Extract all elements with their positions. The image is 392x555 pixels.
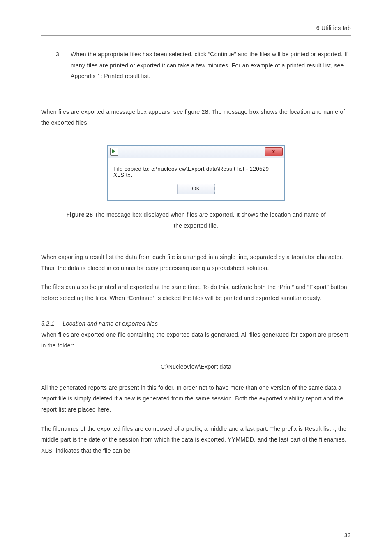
figure-caption: Figure 28 The message box displayed when… <box>66 209 326 231</box>
list-number: 3. <box>56 49 63 82</box>
paragraph: When files are exported a message box ap… <box>41 106 351 128</box>
list-text: When the appropriate files has been sele… <box>71 49 351 82</box>
paragraph: When files are exported one file contain… <box>41 329 351 351</box>
app-icon <box>110 148 118 156</box>
page-number: 33 <box>344 532 351 539</box>
subsection-heading: 6.2.1 Location and name of exported file… <box>41 320 351 327</box>
ok-button[interactable]: OK <box>177 184 215 194</box>
paragraph: The filenames of the exported files are … <box>41 423 351 456</box>
message-box-text: File copied to: c:\nucleoview\Export dat… <box>108 158 284 180</box>
folder-path: C:\Nucleoview\Export data <box>41 363 351 370</box>
message-box-titlebar: x <box>108 146 284 158</box>
ordered-list-item: 3. When the appropriate files has been s… <box>56 49 351 82</box>
running-header: 6 Utilities tab <box>41 25 351 36</box>
subsection-title: Location and name of exported files <box>63 320 158 327</box>
paragraph: The files can also be printed and export… <box>41 282 351 303</box>
figure-caption-text: The message box displayed when files are… <box>93 211 326 229</box>
close-button[interactable]: x <box>265 147 283 156</box>
paragraph: All the generated reports are present in… <box>41 382 351 415</box>
subsection-number: 6.2.1 <box>41 320 55 327</box>
figure-label: Figure 28 <box>66 211 93 218</box>
message-box: x File copied to: c:\nucleoview\Export d… <box>107 145 285 201</box>
paragraph: When exporting a result list the data fr… <box>41 252 351 273</box>
